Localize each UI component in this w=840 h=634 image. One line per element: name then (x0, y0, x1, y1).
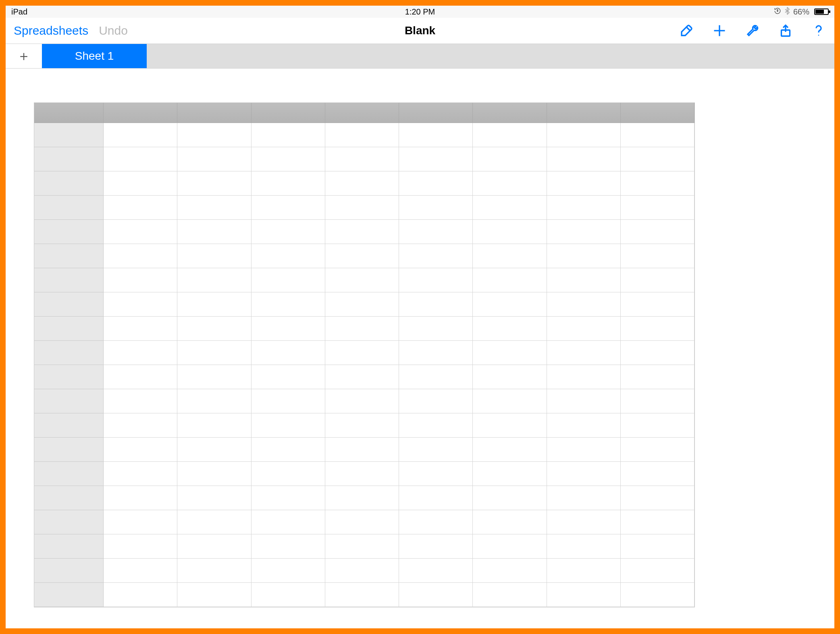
cell[interactable] (399, 510, 473, 534)
cell[interactable] (473, 510, 547, 534)
cell[interactable] (177, 317, 251, 341)
cell[interactable] (547, 365, 621, 389)
cell[interactable] (325, 147, 399, 171)
cell[interactable] (177, 196, 251, 220)
cell[interactable] (473, 292, 547, 317)
cell[interactable] (399, 341, 473, 365)
column-header[interactable] (621, 103, 694, 123)
cell[interactable] (473, 244, 547, 268)
cell[interactable] (621, 171, 694, 196)
cell[interactable] (252, 196, 325, 220)
cell[interactable] (473, 486, 547, 510)
cell[interactable] (177, 583, 251, 607)
cell[interactable] (104, 389, 177, 413)
cell[interactable] (473, 438, 547, 462)
cell[interactable] (252, 317, 325, 341)
cell[interactable] (547, 413, 621, 438)
row-header[interactable] (34, 510, 104, 534)
cell[interactable] (399, 389, 473, 413)
cell[interactable] (621, 292, 694, 317)
cell[interactable] (177, 292, 251, 317)
select-all-corner[interactable] (34, 103, 104, 123)
row-header[interactable] (34, 220, 104, 244)
cell[interactable] (325, 510, 399, 534)
column-header[interactable] (252, 103, 325, 123)
cell[interactable] (547, 341, 621, 365)
cell[interactable] (104, 438, 177, 462)
cell[interactable] (621, 147, 694, 171)
cell[interactable] (621, 317, 694, 341)
cell[interactable] (252, 413, 325, 438)
cell[interactable] (252, 559, 325, 583)
spreadsheet-grid[interactable] (34, 102, 695, 607)
cell[interactable] (621, 486, 694, 510)
cell[interactable] (399, 486, 473, 510)
cell[interactable] (473, 123, 547, 147)
row-header[interactable] (34, 171, 104, 196)
row-header[interactable] (34, 389, 104, 413)
column-header[interactable] (547, 103, 621, 123)
cell[interactable] (104, 147, 177, 171)
cell[interactable] (473, 171, 547, 196)
cell[interactable] (325, 341, 399, 365)
row-header[interactable] (34, 147, 104, 171)
cell[interactable] (252, 123, 325, 147)
cell[interactable] (547, 389, 621, 413)
cell[interactable] (473, 559, 547, 583)
cell[interactable] (325, 171, 399, 196)
cell[interactable] (547, 123, 621, 147)
cell[interactable] (104, 486, 177, 510)
cell[interactable] (104, 171, 177, 196)
cell[interactable] (252, 244, 325, 268)
cell[interactable] (325, 486, 399, 510)
row-header[interactable] (34, 196, 104, 220)
cell[interactable] (621, 268, 694, 292)
cell[interactable] (177, 486, 251, 510)
cell[interactable] (621, 462, 694, 486)
cell[interactable] (473, 196, 547, 220)
cell[interactable] (325, 123, 399, 147)
cell[interactable] (399, 438, 473, 462)
cell[interactable] (104, 583, 177, 607)
cell[interactable] (621, 196, 694, 220)
cell[interactable] (399, 462, 473, 486)
cell[interactable] (325, 292, 399, 317)
cell[interactable] (473, 317, 547, 341)
cell[interactable] (621, 559, 694, 583)
cell[interactable] (252, 365, 325, 389)
cell[interactable] (547, 171, 621, 196)
cell[interactable] (399, 583, 473, 607)
cell[interactable] (621, 244, 694, 268)
cell[interactable] (104, 341, 177, 365)
cell[interactable] (325, 220, 399, 244)
cell[interactable] (547, 559, 621, 583)
cell[interactable] (177, 123, 251, 147)
row-header[interactable] (34, 486, 104, 510)
cell[interactable] (104, 268, 177, 292)
cell[interactable] (621, 583, 694, 607)
cell[interactable] (252, 534, 325, 559)
row-header[interactable] (34, 292, 104, 317)
cell[interactable] (621, 341, 694, 365)
cell[interactable] (177, 534, 251, 559)
cell[interactable] (547, 317, 621, 341)
cell[interactable] (104, 292, 177, 317)
share-icon[interactable] (778, 23, 793, 38)
cell[interactable] (399, 268, 473, 292)
cell[interactable] (104, 317, 177, 341)
column-header[interactable] (177, 103, 251, 123)
cell[interactable] (547, 196, 621, 220)
row-header[interactable] (34, 244, 104, 268)
cell[interactable] (177, 268, 251, 292)
column-header[interactable] (399, 103, 473, 123)
spreadsheet-canvas[interactable] (6, 74, 834, 628)
cell[interactable] (325, 583, 399, 607)
cell[interactable] (104, 559, 177, 583)
cell[interactable] (399, 317, 473, 341)
cell[interactable] (325, 413, 399, 438)
row-header[interactable] (34, 413, 104, 438)
cell[interactable] (104, 462, 177, 486)
cell[interactable] (252, 171, 325, 196)
column-header[interactable] (473, 103, 547, 123)
cell[interactable] (104, 196, 177, 220)
